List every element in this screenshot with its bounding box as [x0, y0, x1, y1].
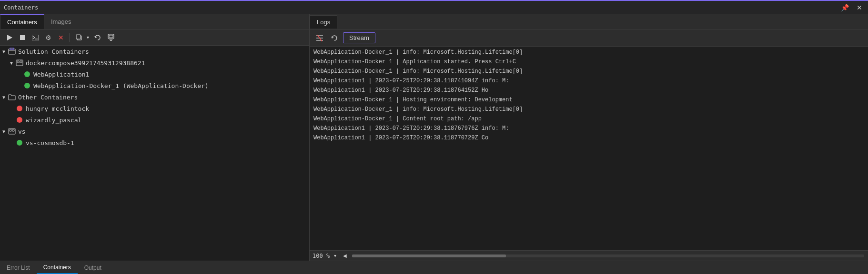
bottom-bar: Error List Containers Output: [0, 261, 868, 274]
expander-empty: ▶: [15, 72, 23, 77]
refresh-button[interactable]: [92, 33, 103, 42]
tree-item-hungry[interactable]: ▶ hungry_mcclintock: [0, 103, 309, 114]
stop-icon: [20, 35, 25, 40]
vscosmosdb-label: vs-cosmosdb-1: [26, 139, 74, 147]
solution-icon: [8, 48, 16, 55]
solution-containers-label: Solution Containers: [18, 48, 89, 55]
dockercompose-label: dockercompose3992174593129388621: [26, 59, 145, 67]
svg-rect-13: [17, 61, 19, 63]
svg-rect-5: [76, 35, 81, 39]
title-bar-controls: 📌 ✕: [839, 3, 864, 12]
pull-button[interactable]: [105, 33, 117, 42]
refresh-icon: [94, 34, 101, 41]
svg-marker-0: [7, 35, 12, 40]
red-circle: [17, 106, 22, 111]
vs-compose-icon: [8, 127, 16, 135]
log-line: WebApplication1 | 2023-07-25T20:29:38.11…: [310, 133, 868, 143]
red-circle-2: [17, 117, 22, 123]
delete-button[interactable]: ✕: [56, 33, 66, 42]
log-line: WebApplication-Docker_1 | info: Microsof…: [310, 105, 868, 114]
other-containers-label: Other Containers: [18, 94, 78, 101]
stream-button[interactable]: Stream: [343, 32, 375, 43]
main-layout: Containers Images ⚙: [0, 14, 868, 261]
log-line: WebApplication-Docker_1 | Hosting enviro…: [310, 95, 868, 105]
copy-button[interactable]: [73, 33, 85, 42]
settings-button[interactable]: ⚙: [43, 33, 54, 42]
folder-icon: [8, 93, 16, 101]
tree-item-vs[interactable]: ▼ vs: [0, 126, 309, 137]
tree-panel[interactable]: ▼ Solution Containers ▼ dockercompose399…: [0, 46, 309, 261]
tree-item-wizardly[interactable]: ▶ wizardly_pascal: [0, 114, 309, 126]
right-panel: Logs Stream WebApplication: [310, 14, 868, 261]
left-tab-row: Containers Images: [0, 14, 309, 29]
svg-rect-17: [12, 129, 14, 131]
green-circle-2: [24, 83, 30, 88]
stop-button[interactable]: [17, 34, 28, 41]
copy-dropdown-arrow[interactable]: ▾: [86, 34, 90, 41]
title-bar-title: Containers: [4, 4, 38, 11]
clear-logs-button[interactable]: [313, 34, 326, 42]
expander-empty: ▶: [15, 83, 23, 88]
svg-rect-1: [20, 35, 25, 40]
bottom-tab-output[interactable]: Output: [78, 261, 108, 274]
green-circle: [24, 71, 30, 77]
status-green-icon-3: [15, 140, 24, 146]
log-line: WebApplication1 | 2023-07-25T20:29:38.11…: [310, 86, 868, 95]
pull-icon: [108, 34, 114, 41]
hungry-label: hungry_mcclintock: [26, 105, 89, 112]
log-content[interactable]: WebApplication-Docker_1 | info: Microsof…: [310, 47, 868, 250]
start-button[interactable]: [4, 33, 15, 42]
tree-item-dockercompose[interactable]: ▼ dockercompose3992174593129388621: [0, 57, 309, 68]
expander-empty: ▶: [8, 106, 15, 111]
tab-logs[interactable]: Logs: [310, 15, 337, 29]
log-line: WebApplication-Docker_1 | info: Microsof…: [310, 67, 868, 76]
tree-item-vscosmosdb[interactable]: ▶ vs-cosmosdb-1: [0, 137, 309, 148]
title-bar-left: Containers: [4, 4, 38, 11]
tab-images[interactable]: Images: [44, 14, 78, 29]
svg-rect-14: [20, 61, 22, 63]
svg-rect-7: [109, 35, 113, 38]
tree-item-other-containers[interactable]: ▼ Other Containers: [0, 91, 309, 103]
left-toolbar: ⚙ ✕ ▾: [0, 29, 309, 46]
log-line: WebApplication1 | 2023-07-25T20:29:38.11…: [310, 76, 868, 86]
status-red-icon: [15, 106, 24, 111]
status-red-icon-2: [15, 117, 24, 123]
expander-solution: ▼: [0, 49, 8, 54]
close-button[interactable]: ✕: [855, 3, 864, 12]
tree-item-solution-containers[interactable]: ▼ Solution Containers: [0, 46, 309, 57]
logs-header: Logs: [310, 14, 868, 29]
tab-containers[interactable]: Containers: [0, 14, 44, 29]
horizontal-scrollbar[interactable]: [352, 254, 864, 257]
left-panel: Containers Images ⚙: [0, 14, 310, 261]
compose-icon: [15, 59, 24, 67]
scrollbar-thumb: [352, 254, 505, 257]
bottom-tab-error-list[interactable]: Error List: [0, 261, 37, 274]
pin-button[interactable]: 📌: [839, 3, 851, 12]
zoom-level: 100 %: [313, 253, 330, 259]
green-circle-3: [17, 140, 22, 146]
scroll-left-button[interactable]: ◀: [341, 252, 349, 259]
status-green-icon: [23, 71, 31, 77]
refresh-logs-button[interactable]: [329, 34, 340, 42]
play-icon: [6, 34, 13, 41]
log-line: WebApplication1 | 2023-07-25T20:29:38.11…: [310, 124, 868, 133]
vs-label: vs: [18, 128, 26, 135]
log-status-row: 100 % ▾ ◀: [310, 250, 868, 261]
tree-item-webapp-docker[interactable]: ▶ WebApplication-Docker_1 (WebApplicatio…: [0, 80, 309, 91]
logs-toolbar: Stream: [310, 29, 868, 47]
title-bar: Containers 📌 ✕: [0, 0, 868, 14]
wizardly-label: wizardly_pascal: [26, 117, 81, 124]
terminal-icon: [32, 35, 39, 40]
copy-dropdown: ▾: [73, 33, 90, 42]
bottom-tab-containers[interactable]: Containers: [37, 261, 78, 274]
zoom-dropdown-button[interactable]: ▾: [332, 252, 339, 259]
refresh-logs-icon: [331, 35, 338, 41]
copy-icon: [76, 34, 82, 41]
expander-compose: ▼: [8, 60, 15, 66]
tree-item-webapp1[interactable]: ▶ WebApplication1: [0, 68, 309, 80]
clear-icon: [316, 35, 323, 41]
expander-other: ▼: [0, 95, 8, 100]
expander-empty: ▶: [8, 117, 15, 123]
attach-button[interactable]: [30, 34, 41, 41]
webapp1-label: WebApplication1: [33, 71, 89, 78]
